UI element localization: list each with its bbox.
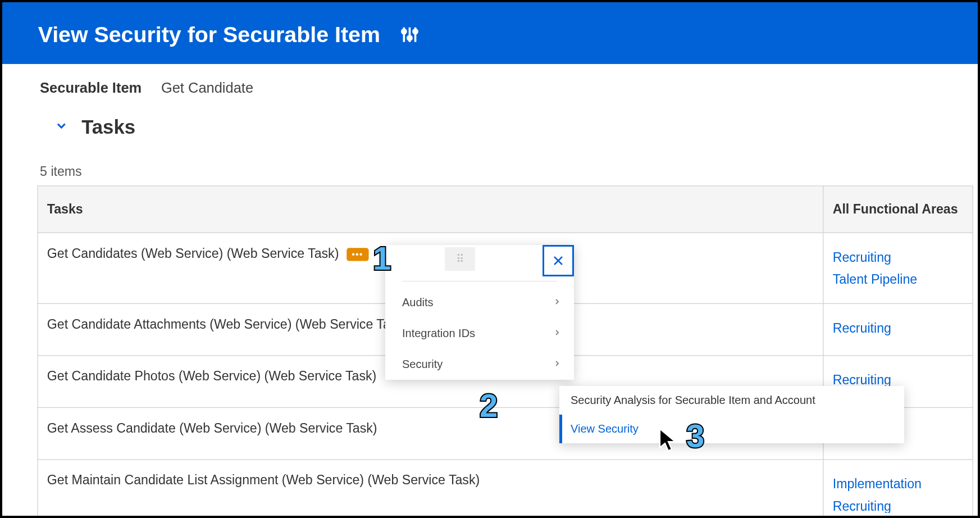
- popup-item-label: Security: [402, 358, 443, 371]
- drag-handle-icon[interactable]: ⠿: [445, 247, 475, 271]
- task-name[interactable]: Get Candidates (Web Service) (Web Servic…: [47, 246, 339, 260]
- related-actions-icon[interactable]: [347, 248, 368, 261]
- popup-item-label: Audits: [402, 296, 434, 309]
- popup-item-integration-ids[interactable]: Integration IDs: [385, 318, 574, 349]
- chevron-down-icon: [54, 119, 69, 135]
- functional-area-link[interactable]: Recruiting: [833, 246, 964, 268]
- related-actions-popup: ⠿ Audits Integration IDs Security: [385, 245, 574, 380]
- field-label: Securable Item: [40, 80, 142, 97]
- close-button[interactable]: [543, 245, 574, 276]
- page-title: View Security for Securable Item: [38, 22, 380, 47]
- submenu-item-view-security[interactable]: View Security: [559, 415, 904, 443]
- chevron-right-icon: [553, 296, 562, 309]
- submenu-item-security-analysis[interactable]: Security Analysis for Securable Item and…: [559, 386, 904, 415]
- callout-2: 2: [480, 387, 498, 424]
- chevron-right-icon: [553, 358, 562, 371]
- col-header-tasks[interactable]: Tasks: [38, 186, 823, 233]
- functional-area-link[interactable]: Recruiting: [833, 495, 964, 517]
- page-header: View Security for Securable Item: [2, 2, 980, 64]
- callout-1: 1: [373, 239, 391, 277]
- table-row: Get Maintain Candidate List Assignment (…: [38, 460, 973, 518]
- field-value: Get Candidate: [161, 80, 253, 97]
- svg-point-1: [402, 29, 405, 33]
- task-name[interactable]: Get Maintain Candidate List Assignment (…: [47, 473, 480, 487]
- svg-point-5: [413, 29, 417, 33]
- task-name[interactable]: Get Candidate Attachments (Web Service) …: [47, 317, 408, 331]
- functional-area-link[interactable]: Talent Pipeline: [833, 268, 964, 290]
- popup-item-security[interactable]: Security: [385, 349, 574, 380]
- task-name[interactable]: Get Candidate Photos (Web Service) (Web …: [47, 369, 376, 383]
- functional-area-link[interactable]: Implementation: [833, 473, 964, 495]
- item-count: 5 items: [40, 164, 980, 179]
- callout-3: 3: [686, 417, 704, 455]
- cursor-icon: [658, 427, 678, 455]
- functional-area-link[interactable]: Recruiting: [833, 317, 964, 339]
- submenu-label: View Security: [571, 422, 639, 435]
- divider: [402, 281, 557, 281]
- chevron-right-icon: [553, 327, 562, 340]
- popup-item-label: Integration IDs: [402, 327, 475, 340]
- popup-item-audits[interactable]: Audits: [385, 287, 574, 318]
- col-header-areas[interactable]: All Functional Areas: [823, 186, 973, 233]
- securable-item-field: Securable Item Get Candidate: [40, 80, 980, 97]
- svg-point-3: [407, 35, 411, 39]
- tasks-section-header[interactable]: Tasks: [54, 116, 980, 138]
- task-name[interactable]: Get Assess Candidate (Web Service) (Web …: [47, 421, 377, 435]
- submenu-label: Security Analysis for Securable Item and…: [571, 394, 815, 406]
- settings-sliders-icon[interactable]: [400, 25, 420, 44]
- section-title: Tasks: [81, 116, 135, 138]
- security-submenu: Security Analysis for Securable Item and…: [559, 386, 904, 443]
